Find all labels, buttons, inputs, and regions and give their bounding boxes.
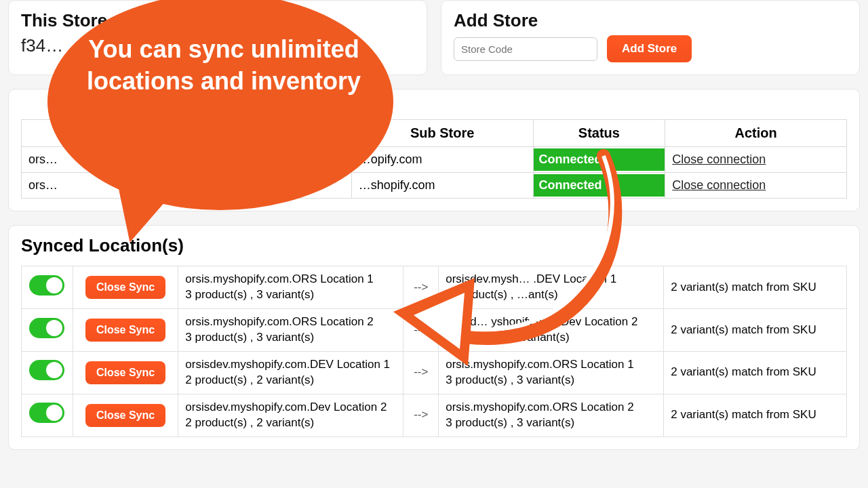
col-main-store: Main Store xyxy=(22,120,352,147)
destination-location-cell: orsisdev.mysh… .DEV Location 12 product(… xyxy=(439,266,664,309)
close-sync-button[interactable]: Close Sync xyxy=(85,319,165,342)
close-connection-link[interactable]: Close connection xyxy=(672,178,766,192)
synced-locations-card: Synced Location(s) Close Syncorsis.mysho… xyxy=(8,225,860,450)
destination-location-cell: orsisd… yshopify.com.Dev Location 22 pro… xyxy=(439,309,664,352)
synced-location-row: Close Syncorsisdev.myshopify.com.Dev Loc… xyxy=(22,394,847,436)
add-store-button[interactable]: Add Store xyxy=(607,35,692,62)
close-sync-button[interactable]: Close Sync xyxy=(85,404,165,427)
close-connection-link[interactable]: Close connection xyxy=(672,152,766,166)
sub-store-cell: …opify.com xyxy=(351,147,533,173)
this-store-card: This Store f34… xyxy=(8,0,427,75)
add-store-title: Add Store xyxy=(454,10,847,31)
sync-toggle[interactable] xyxy=(29,403,64,423)
source-location-cell: orsis.myshopify.com.ORS Location 13 prod… xyxy=(178,266,403,309)
source-location-cell: orsisdev.myshopify.com.Dev Location 22 p… xyxy=(178,394,403,436)
store-code-input[interactable] xyxy=(454,37,597,61)
arrow-icon: --> xyxy=(403,266,439,309)
close-sync-button[interactable]: Close Sync xyxy=(85,276,165,299)
match-cell: 2 variant(s) match from SKU xyxy=(664,394,847,436)
this-store-title: This Store xyxy=(21,10,414,31)
arrow-icon: --> xyxy=(403,309,439,352)
destination-location-cell: orsis.myshopify.com.ORS Location 23 prod… xyxy=(439,394,664,436)
match-cell: 2 variant(s) match from SKU xyxy=(664,309,847,352)
col-status: Status xyxy=(533,120,665,147)
source-location-cell: orsis.myshopify.com.ORS Location 23 prod… xyxy=(178,309,403,352)
synced-locations-table: Close Syncorsis.myshopify.com.ORS Locati… xyxy=(21,266,847,437)
connection-row: ors……opify.comConnectedClose connection xyxy=(22,147,847,173)
close-sync-button[interactable]: Close Sync xyxy=(85,361,165,384)
synced-location-row: Close Syncorsis.myshopify.com.ORS Locati… xyxy=(22,266,847,309)
connection-row: ors……shopify.comConnectedClose connectio… xyxy=(22,173,847,199)
sync-toggle[interactable] xyxy=(29,360,64,380)
synced-location-row: Close Syncorsis.myshopify.com.ORS Locati… xyxy=(22,309,847,352)
source-location-cell: orsisdev.myshopify.com.DEV Location 12 p… xyxy=(178,351,403,394)
sub-store-cell: …shopify.com xyxy=(351,173,533,199)
match-cell: 2 variant(s) match from SKU xyxy=(664,351,847,394)
status-badge: Connected xyxy=(534,174,665,197)
col-sub-store: Sub Store xyxy=(351,120,533,147)
connections-table: Main Store Sub Store Status Action ors……… xyxy=(21,119,847,199)
destination-location-cell: orsis.myshopify.com.ORS Location 13 prod… xyxy=(439,351,664,394)
connections-card: Main Store Sub Store Status Action ors……… xyxy=(8,89,860,211)
match-cell: 2 variant(s) match from SKU xyxy=(664,266,847,309)
arrow-icon: --> xyxy=(403,394,439,436)
main-store-cell: ors… xyxy=(22,173,352,199)
sync-toggle[interactable] xyxy=(29,318,64,338)
col-action: Action xyxy=(665,120,847,147)
main-store-cell: ors… xyxy=(22,147,352,173)
add-store-card: Add Store Add Store xyxy=(441,0,860,75)
arrow-icon: --> xyxy=(403,351,439,394)
synced-location-row: Close Syncorsisdev.myshopify.com.DEV Loc… xyxy=(22,351,847,394)
status-badge: Connected xyxy=(534,148,665,171)
sync-toggle[interactable] xyxy=(29,275,64,296)
this-store-code: f34… xyxy=(21,35,414,56)
synced-locations-title: Synced Location(s) xyxy=(21,235,847,256)
